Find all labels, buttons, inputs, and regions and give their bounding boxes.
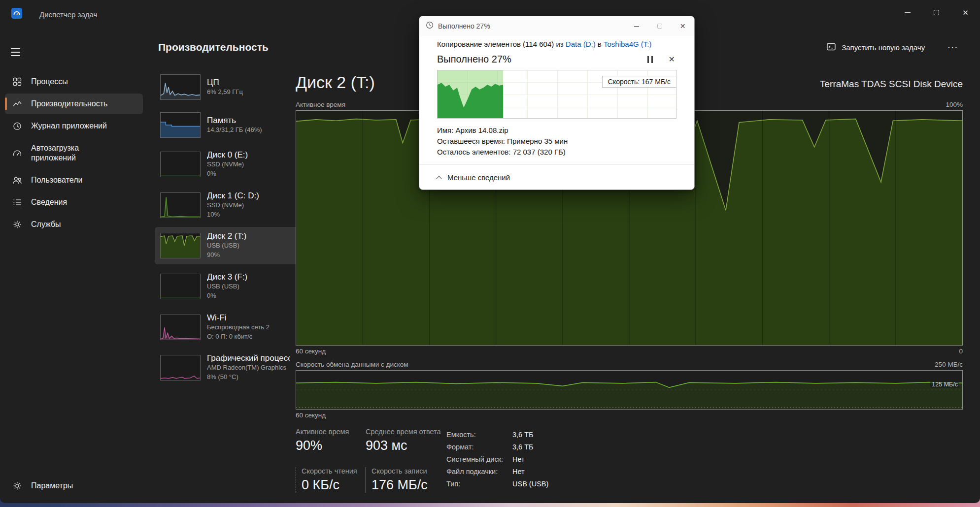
disk3-thumbnail-chart: [160, 274, 201, 299]
perf-item-gpu[interactable]: Графический процессор AMD Radeon(TM) Gra…: [155, 349, 300, 386]
copy-speed-area: [438, 70, 503, 118]
details-icon: [12, 197, 23, 207]
minimize-button[interactable]: [893, 0, 922, 25]
kv-key: Тип:: [446, 478, 512, 490]
close-icon: ✕: [680, 22, 686, 30]
stat-label: Скорость чтения: [302, 467, 357, 475]
perf-info: ЦП 6% 2,59 ГГц: [207, 78, 243, 97]
perf-item-title: Диск 0 (E:): [207, 150, 248, 160]
task-manager-app-icon: [11, 8, 22, 19]
perf-item-memory[interactable]: Память 14,3/31,2 ГБ (46%): [155, 108, 300, 142]
disk1-thumbnail-chart: [160, 192, 201, 218]
more-options-button[interactable]: ...: [943, 39, 963, 56]
header-actions: Запустить новую задачу ...: [820, 38, 963, 57]
dialog-title: Выполнено 27%: [438, 22, 490, 30]
dialog-window-controls: ✕: [625, 16, 694, 36]
detail-title: Диск 2 (T:): [296, 73, 375, 92]
perf-info: Диск 3 (F:) USB (USB) 0%: [207, 272, 247, 301]
sidebar-item-startup-apps[interactable]: Автозагрузка приложений: [5, 138, 143, 168]
perf-item-sub: USB (USB): [207, 282, 247, 291]
copy-file-name: Имя: Архив 14.08.zip: [437, 125, 676, 136]
copy-source-link[interactable]: Data (D:): [566, 40, 596, 48]
copy-speed-chart: Скорость: 167 МБ/с: [437, 70, 676, 119]
stat-label: Активное время: [296, 428, 349, 436]
copy-time-remaining: Оставшееся время: Примерно 35 мин: [437, 136, 676, 147]
sidebar-item-label: Сведения: [31, 197, 67, 207]
perf-item-sub: Беспроводная сеть 2: [207, 323, 270, 332]
x-axis-right-label: 0: [959, 348, 963, 355]
active-time-x-axis: 60 секунд 0: [296, 348, 963, 355]
stat-write-speed: Скорость записи 176 МБ/с: [366, 467, 428, 493]
stat-value: 903 мс: [366, 438, 441, 453]
sidebar-item-settings[interactable]: Параметры: [5, 475, 143, 496]
perf-item-sub: 90%: [207, 251, 246, 260]
perf-item-disk0[interactable]: Диск 0 (E:) SSD (NVMe) 0%: [155, 146, 300, 183]
dialog-close-button[interactable]: ✕: [671, 16, 694, 36]
perf-item-cpu[interactable]: ЦП 6% 2,59 ГГц: [155, 70, 300, 104]
stat-value: 90%: [296, 438, 349, 453]
kv-value: USB (USB): [512, 478, 548, 490]
less-details-toggle[interactable]: Меньше сведений: [437, 165, 676, 190]
perf-item-disk2[interactable]: Диск 2 (T:) USB (USB) 90%: [155, 227, 300, 264]
perf-item-wifi[interactable]: Wi-Fi Беспроводная сеть 2 О: 0 П: 0 кбит…: [155, 309, 300, 346]
maximize-icon: [934, 10, 939, 15]
dialog-minimize-button[interactable]: [625, 16, 648, 36]
perf-item-sub: SSD (NVMe): [207, 160, 248, 169]
sidebar: Процессы Производительность Журнал прило…: [0, 28, 148, 503]
perf-info: Диск 2 (T:) USB (USB) 90%: [207, 231, 246, 260]
kv-key: Файл подкачки:: [446, 466, 512, 478]
perf-item-sub: 0%: [207, 291, 247, 301]
perf-item-sub: 6% 2,59 ГГц: [207, 88, 243, 97]
dialog-body: Копирование элементов (114 604) из Data …: [419, 36, 694, 190]
hamburger-menu-button[interactable]: [11, 43, 31, 61]
perf-item-title: Wi-Fi: [207, 313, 270, 323]
sidebar-item-services[interactable]: Службы: [5, 214, 143, 235]
sidebar-nav: Процессы Производительность Журнал прило…: [0, 70, 148, 236]
sidebar-item-label: Автозагрузка приложений: [31, 143, 117, 163]
run-new-task-button[interactable]: Запустить новую задачу: [820, 38, 931, 57]
kv-row: Формат:3,6 ТБ: [446, 441, 548, 453]
sidebar-item-users[interactable]: Пользователи: [5, 170, 143, 190]
copy-mid: в: [596, 40, 604, 48]
perf-item-title: Диск 3 (F:): [207, 272, 247, 282]
close-button[interactable]: ✕: [951, 0, 980, 25]
cpu-thumbnail-chart: [160, 74, 201, 100]
sidebar-item-details[interactable]: Сведения: [5, 192, 143, 213]
active-time-label: Активное время: [296, 101, 345, 108]
cancel-copy-button[interactable]: ✕: [669, 55, 675, 64]
disk-stats: Активное время 90% Среднее время ответа …: [296, 428, 963, 503]
window-title: Диспетчер задач: [39, 10, 97, 19]
transfer-rate-block: Скорость обмена данными с диском 250 МБ/…: [296, 361, 963, 419]
stat-label: Скорость записи: [372, 467, 428, 475]
sidebar-item-processes[interactable]: Процессы: [5, 71, 143, 92]
stat-active-time: Активное время 90%: [296, 428, 349, 453]
perf-item-title: Диск 1 (C: D:): [207, 191, 259, 201]
copy-destination-link[interactable]: Toshiba4G (T:): [604, 40, 652, 48]
window-controls: ✕: [893, 0, 980, 25]
copy-details: Имя: Архив 14.08.zip Оставшееся время: П…: [437, 125, 676, 158]
dialog-maximize-button[interactable]: [648, 16, 671, 36]
kv-value: 3,6 ТБ: [512, 429, 534, 441]
perf-item-sub: 8% (50 °C): [207, 373, 290, 382]
kv-value: 3,6 ТБ: [512, 441, 534, 453]
maximize-button[interactable]: [922, 0, 951, 25]
perf-item-disk3[interactable]: Диск 3 (F:) USB (USB) 0%: [155, 268, 300, 305]
processes-icon: [12, 77, 23, 87]
run-new-task-icon: [826, 42, 836, 53]
dialog-progress-icon: [426, 21, 434, 31]
stat-avg-response: Среднее время ответа 903 мс: [366, 428, 441, 453]
wifi-thumbnail-chart: [160, 315, 201, 340]
disk0-thumbnail-chart: [160, 152, 201, 177]
run-new-task-label: Запустить новую задачу: [842, 43, 925, 52]
history-icon: [12, 121, 23, 131]
pause-button[interactable]: [647, 56, 653, 63]
progress-row: Выполнено 27% ✕: [437, 54, 676, 65]
sidebar-item-performance[interactable]: Производительность: [5, 94, 143, 114]
sidebar-item-label: Службы: [31, 220, 61, 229]
perf-info: Диск 1 (C: D:) SSD (NVMe) 10%: [207, 191, 259, 220]
copy-speed-badge: Скорость: 167 МБ/с: [602, 76, 676, 88]
page-title: Производительность: [158, 41, 269, 53]
services-icon: [12, 220, 23, 229]
sidebar-item-app-history[interactable]: Журнал приложений: [5, 116, 143, 136]
perf-item-disk1[interactable]: Диск 1 (C: D:) SSD (NVMe) 10%: [155, 187, 300, 224]
